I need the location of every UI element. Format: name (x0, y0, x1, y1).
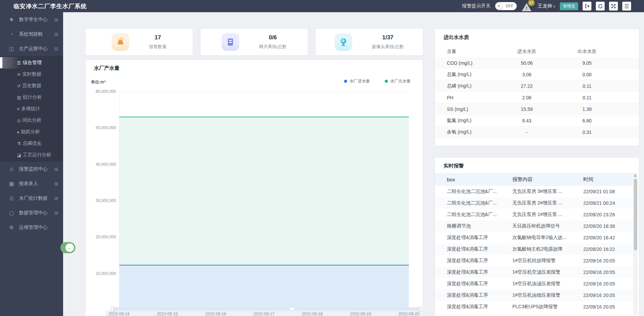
submenu-item-2[interactable]: ↺历史数据 (0, 80, 63, 92)
sidebar-item-6[interactable]: ▢数据管理中心⊞ (0, 205, 63, 220)
sidebar-item-3[interactable]: ⚠报警监控中心⊞ (0, 162, 63, 176)
water-quality-cell: 0.11 (558, 83, 616, 89)
submenu-item-5[interactable]: ◎同比分析 (0, 115, 63, 126)
monitor-icon: ▢ (8, 210, 15, 216)
submenu-item-3[interactable]: ▥统计分析 (0, 92, 63, 103)
submenu-item-1[interactable]: ≋实时数据 (0, 68, 63, 80)
alarms-table: box报警内容时间二组生化池二沉池&厂...无负压泵房 3#增压泵 ...22/… (435, 173, 633, 313)
datazoom-left-handle[interactable] (111, 306, 114, 312)
avatar-exclamation-icon: ! (526, 6, 527, 11)
alarm-cell: PLC3柜UPS故障报警 (512, 304, 576, 310)
user-name: 王龙帅 (538, 3, 552, 8)
sidebar-item-4[interactable]: ▦报表录入⊞ (0, 176, 63, 191)
alarm-cell: 1#空压机轻故障报警 (512, 258, 576, 264)
user-menu[interactable]: 王龙帅∨ (538, 3, 555, 9)
chart-plot-area: 010,000,00020,000,00030,000,00040,000,00… (119, 92, 409, 310)
x-axis-tick-label: 2022-09-15 (157, 312, 178, 316)
alarm-cell: 深度处理&消毒工序 (435, 304, 512, 310)
alarm-count-card: 17 报警数量 (86, 29, 193, 55)
water-quality-row: 氨氮 (mg/L)8.436.80 (435, 115, 639, 126)
datazoom-right-handle[interactable] (419, 306, 422, 312)
legend-item-水厂进水量[interactable]: 水厂进水量 (344, 78, 370, 84)
alarm-toggle-switch[interactable]: ✕ OFF (495, 2, 517, 10)
x-axis-tick-label: 2022-09-20 (398, 312, 419, 316)
alarm-siren-icon (112, 33, 129, 51)
sidebar-item-label: 生产运营中心 (19, 46, 54, 52)
alarm-count-label: 报警数量 (149, 44, 167, 50)
scrollbar-thumb[interactable] (634, 179, 637, 251)
submenu-item-0[interactable]: ☰综合管理 (0, 57, 63, 68)
arrow-left-icon: ← (67, 245, 72, 251)
app-header: 临安净水二厂李生水厂系统 报警提示开关 ✕ OFF ! 17 王龙帅∨ 管理员 … (0, 0, 644, 12)
datazoom-slider[interactable] (112, 307, 421, 311)
submenu-item-7[interactable]: ⚗总磷优化 (0, 138, 63, 149)
logout-icon (585, 4, 589, 8)
submenu-item-4[interactable]: ≡多维统计 (0, 103, 63, 115)
expand-square-icon: ⊞ (54, 17, 58, 22)
sidebar-item-7[interactable]: ⚙运维管理中心 (0, 220, 63, 235)
sidebar-item-label: 水厂统计数据 (19, 195, 54, 201)
chevron-down-icon: ∨ (553, 4, 555, 8)
datazoom-grip[interactable] (289, 307, 295, 311)
submenu-item-8[interactable]: ◪工艺运行分析 (0, 149, 63, 161)
alarm-cell: 次氯酸钠主机2电源故障 (512, 246, 576, 252)
camera-offline-value: 1/37 (372, 34, 404, 41)
sidebar-item-0[interactable]: ❖数字孪生中心⊞ (0, 12, 63, 27)
sidebar-item-2[interactable]: ◫生产运营中心⊟ (0, 41, 63, 56)
gears-icon: ⚙ (8, 224, 15, 231)
water-quality-cell: 余氧 (mg/L) (435, 129, 495, 135)
alarm-cell: 深度处理&消毒工序 (435, 246, 512, 252)
refresh-button[interactable] (596, 2, 605, 11)
y-axis-tick-label: 60,000,000 (96, 89, 116, 94)
alarm-row: 二组生化池二沉池&厂...无负压泵房 2#增压泵 ...22/09/21 00:… (435, 197, 633, 209)
alarm-toggle-label: 报警提示开关 (462, 3, 491, 9)
alarm-cell: 深度处理&消毒工序 (435, 269, 512, 275)
alarms-header-cell: 时间 (576, 176, 633, 183)
y-axis-tick-label: 30,000,000 (96, 198, 116, 203)
water-quality-cell: PH (435, 95, 495, 100)
sidebar-item-label: 数字孪生中心 (19, 17, 54, 23)
expand-square-icon: ⊞ (54, 166, 58, 172)
alarm-cell: 二组生化池二沉池&厂... (435, 200, 512, 206)
submenu-item-label: 同比分析 (22, 117, 41, 123)
submenu-item-label: 综合管理 (23, 60, 42, 66)
legend-dot-icon (385, 80, 388, 83)
sidebar-collapse-button[interactable]: ← (60, 242, 75, 253)
water-quality-row: 总氮 (mg/L)3.080.00 (435, 69, 639, 80)
camera-offline-card: 1/37 摄像头离线/总数 (316, 29, 423, 55)
alarm-cell: 22/09/20 16:22 (576, 246, 633, 252)
chart-title: 水厂产水量 (94, 65, 119, 72)
legend-item-水厂出水量[interactable]: 水厂出水量 (385, 78, 411, 84)
alarm-cell: 天目路压榨机故障信号 (512, 223, 576, 229)
sidebar-item-1[interactable]: ◔系统驾驶舱⊞ (0, 27, 63, 41)
production-sitemap-icon: ◫ (8, 46, 15, 52)
sidebar-item-5[interactable]: ⎙水厂统计数据⊞ (0, 191, 63, 205)
submenu-item-label: 统计分析 (23, 94, 42, 100)
water-quality-cell: - (495, 130, 558, 135)
water-quality-header-row: 含量进水水质出水水质 (435, 46, 639, 57)
list-icon: ☰ (17, 60, 21, 65)
scroll-up-icon[interactable] (634, 174, 637, 177)
alarm-count-badge: 17 (528, 0, 535, 6)
alarm-cell: 格栅调节池 (435, 223, 512, 229)
menu-button[interactable]: ☰ (622, 2, 631, 11)
gridline (119, 92, 409, 92)
water-quality-cell: 氨氮 (mg/L) (435, 118, 495, 124)
submenu-item-6[interactable]: ♦能耗分析 (0, 126, 63, 138)
gateway-offline-value: 0/6 (259, 34, 287, 41)
water-quality-row: COD (mg/L)50.069.05 (435, 57, 639, 69)
legend-label: 水厂进水量 (349, 78, 370, 84)
logout-button[interactable] (583, 2, 591, 11)
avatar[interactable]: ! 17 (521, 1, 533, 11)
alarm-row: 深度处理&消毒工序次氯酸钠主机2电源故障22/09/20 16:22 (435, 243, 633, 255)
water-quality-title: 进出水水质 (443, 34, 469, 41)
fullscreen-button[interactable] (609, 2, 618, 11)
alarm-cell: 1#空压机油滤压差报警 (512, 281, 576, 287)
water-quality-row: 余氧 (mg/L)-0.31 (435, 126, 639, 138)
flask-icon: ⚗ (17, 141, 21, 146)
cockpit-gauge-icon: ◔ (8, 31, 15, 37)
water-quality-cell: 8.43 (495, 118, 558, 123)
alarms-scrollbar[interactable] (633, 173, 638, 315)
history-icon: ↺ (17, 83, 21, 88)
sidebar-item-label: 数据管理中心 (19, 210, 54, 216)
